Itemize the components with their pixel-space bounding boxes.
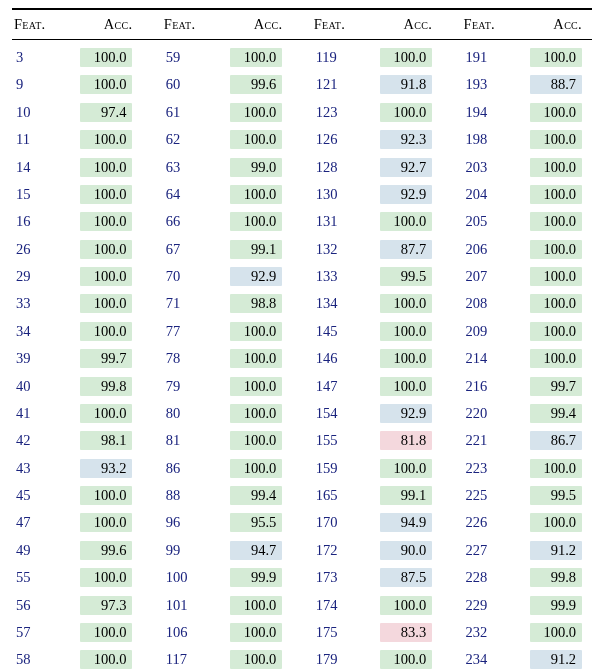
feat-link[interactable]: 121 [316, 76, 338, 92]
feat-cell: 9 [12, 71, 73, 98]
feat-link[interactable]: 198 [466, 131, 488, 147]
feat-link[interactable]: 29 [16, 268, 31, 284]
feat-link[interactable]: 147 [316, 378, 338, 394]
feat-link[interactable]: 173 [316, 569, 338, 585]
feat-link[interactable]: 165 [316, 487, 338, 503]
feat-link[interactable]: 119 [316, 49, 337, 65]
feat-link[interactable]: 77 [166, 323, 181, 339]
feat-link[interactable]: 81 [166, 432, 181, 448]
feat-link[interactable]: 58 [16, 651, 31, 667]
feat-link[interactable]: 80 [166, 405, 181, 421]
feat-link[interactable]: 175 [316, 624, 338, 640]
feat-link[interactable]: 223 [466, 460, 488, 476]
feat-link[interactable]: 216 [466, 378, 488, 394]
feat-link[interactable]: 45 [16, 487, 31, 503]
feat-link[interactable]: 227 [466, 542, 488, 558]
feat-link[interactable]: 71 [166, 295, 181, 311]
feat-link[interactable]: 41 [16, 405, 31, 421]
feat-link[interactable]: 88 [166, 487, 181, 503]
feat-link[interactable]: 15 [16, 186, 31, 202]
feat-link[interactable]: 59 [166, 49, 181, 65]
feat-link[interactable]: 154 [316, 405, 338, 421]
feat-link[interactable]: 146 [316, 350, 338, 366]
feat-link[interactable]: 132 [316, 241, 338, 257]
table-row: 4999.69994.717290.022791.2 [12, 537, 592, 564]
feat-link[interactable]: 10 [16, 104, 31, 120]
column-separator [292, 646, 311, 670]
feat-link[interactable]: 57 [16, 624, 31, 640]
feat-link[interactable]: 133 [316, 268, 338, 284]
feat-link[interactable]: 43 [16, 460, 31, 476]
column-separator [142, 482, 161, 509]
feat-link[interactable]: 221 [466, 432, 488, 448]
feat-link[interactable]: 101 [166, 597, 188, 613]
feat-link[interactable]: 174 [316, 597, 338, 613]
feat-link[interactable]: 79 [166, 378, 181, 394]
feat-link[interactable]: 9 [16, 76, 23, 92]
feat-link[interactable]: 61 [166, 104, 181, 120]
feat-link[interactable]: 86 [166, 460, 181, 476]
feat-link[interactable]: 3 [16, 49, 23, 65]
feat-link[interactable]: 170 [316, 514, 338, 530]
feat-link[interactable]: 16 [16, 213, 31, 229]
feat-link[interactable]: 60 [166, 76, 181, 92]
feat-link[interactable]: 63 [166, 159, 181, 175]
feat-link[interactable]: 226 [466, 514, 488, 530]
feat-link[interactable]: 131 [316, 213, 338, 229]
feat-link[interactable]: 208 [466, 295, 488, 311]
feat-link[interactable]: 11 [16, 131, 30, 147]
feat-link[interactable]: 179 [316, 651, 338, 667]
feat-cell: 223 [462, 454, 523, 481]
feat-link[interactable]: 159 [316, 460, 338, 476]
feat-link[interactable]: 209 [466, 323, 488, 339]
feat-link[interactable]: 172 [316, 542, 338, 558]
feat-link[interactable]: 49 [16, 542, 31, 558]
feat-link[interactable]: 64 [166, 186, 181, 202]
feat-link[interactable]: 40 [16, 378, 31, 394]
feat-link[interactable]: 214 [466, 350, 488, 366]
feat-link[interactable]: 194 [466, 104, 488, 120]
feat-link[interactable]: 155 [316, 432, 338, 448]
feat-link[interactable]: 66 [166, 213, 181, 229]
feat-link[interactable]: 193 [466, 76, 488, 92]
feat-link[interactable]: 33 [16, 295, 31, 311]
feat-link[interactable]: 126 [316, 131, 338, 147]
feat-link[interactable]: 78 [166, 350, 181, 366]
feat-link[interactable]: 191 [466, 49, 488, 65]
feat-link[interactable]: 70 [166, 268, 181, 284]
feat-link[interactable]: 117 [166, 651, 187, 667]
feat-link[interactable]: 232 [466, 624, 488, 640]
feat-link[interactable]: 130 [316, 186, 338, 202]
feat-link[interactable]: 34 [16, 323, 31, 339]
feat-link[interactable]: 134 [316, 295, 338, 311]
feat-link[interactable]: 39 [16, 350, 31, 366]
feat-link[interactable]: 56 [16, 597, 31, 613]
feat-link[interactable]: 220 [466, 405, 488, 421]
feat-link[interactable]: 99 [166, 542, 181, 558]
feat-link[interactable]: 47 [16, 514, 31, 530]
acc-cell: 99.5 [373, 263, 443, 290]
feat-link[interactable]: 42 [16, 432, 31, 448]
feat-link[interactable]: 123 [316, 104, 338, 120]
acc-cell: 100.0 [522, 318, 592, 345]
feat-link[interactable]: 26 [16, 241, 31, 257]
feat-link[interactable]: 62 [166, 131, 181, 147]
feat-link[interactable]: 14 [16, 159, 31, 175]
feat-link[interactable]: 229 [466, 597, 488, 613]
feat-link[interactable]: 207 [466, 268, 488, 284]
feat-link[interactable]: 225 [466, 487, 488, 503]
feat-link[interactable]: 106 [166, 624, 188, 640]
feat-link[interactable]: 203 [466, 159, 488, 175]
acc-value: 100.0 [530, 212, 582, 231]
feat-link[interactable]: 206 [466, 241, 488, 257]
feat-link[interactable]: 67 [166, 241, 181, 257]
feat-link[interactable]: 204 [466, 186, 488, 202]
feat-link[interactable]: 234 [466, 651, 488, 667]
feat-link[interactable]: 145 [316, 323, 338, 339]
feat-link[interactable]: 100 [166, 569, 188, 585]
feat-link[interactable]: 55 [16, 569, 31, 585]
feat-link[interactable]: 228 [466, 569, 488, 585]
feat-link[interactable]: 96 [166, 514, 181, 530]
feat-link[interactable]: 128 [316, 159, 338, 175]
feat-link[interactable]: 205 [466, 213, 488, 229]
